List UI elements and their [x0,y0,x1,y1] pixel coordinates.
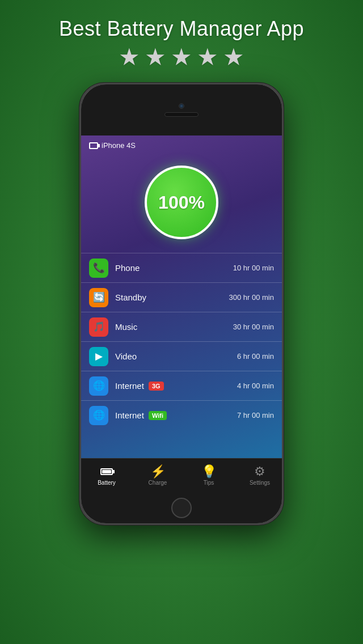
star-4: ★ [197,45,218,69]
internet-wifi-icon: 🌐 [93,409,105,421]
device-icon [89,142,98,149]
tab-battery-label: Battery [98,480,116,486]
phone-icon: 📞 [93,262,105,274]
battery-tab-icon [100,468,113,475]
camera [179,103,184,109]
tab-charge-label: Charge [149,480,167,486]
phone-mockup: iPhone 4S 100% 📞 Phone 10 hr 00 min [79,83,284,525]
internet-wifi-label: Internet Wifi [115,410,230,420]
tab-charge[interactable]: ⚡ Charge [132,459,183,492]
tab-settings[interactable]: ⚙ Settings [234,459,284,492]
star-5: ★ [223,45,244,69]
stats-list: 📞 Phone 10 hr 00 min 🔄 Standby 300 hr 00… [81,253,282,492]
video-label: Video [115,351,230,361]
tab-tips[interactable]: 💡 Tips [183,459,234,492]
bulb-icon: 💡 [201,465,217,478]
screen-header: iPhone 4S [81,135,282,154]
music-icon-wrap: 🎵 [89,317,108,337]
tab-bar: Battery ⚡ Charge 💡 Tips ⚙ Settings [81,458,284,492]
star-1: ★ [119,45,140,69]
device-name: iPhone 4S [102,141,136,150]
tab-battery[interactable]: Battery [81,459,132,492]
standby-label: Standby [115,293,222,302]
star-3: ★ [171,45,192,69]
battery-percentage: 100% [158,192,205,213]
stat-row-video: ▶ Video 6 hr 00 min [81,341,282,371]
phone-label: Phone [115,263,226,273]
stat-row-internet-3g: 🌐 Internet 3G 4 hr 00 min [81,371,282,400]
internet-3g-icon: 🌐 [93,380,105,392]
phone-value: 10 hr 00 min [233,264,274,272]
internet-wifi-icon-wrap: 🌐 [89,406,108,425]
internet-3g-icon-wrap: 🌐 [89,376,108,396]
home-button[interactable] [171,498,192,518]
battery-circle: 100% [145,166,218,239]
stars-row: ★ ★ ★ ★ ★ [0,45,363,69]
phone-top-bezel [81,84,282,135]
music-value: 30 hr 00 min [233,323,274,331]
badge-3g: 3G [149,382,164,391]
tab-tips-label: Tips [204,480,214,486]
video-value: 6 hr 00 min [237,352,274,361]
stat-row-internet-wifi: 🌐 Internet Wifi 7 hr 00 min [81,400,282,430]
internet-wifi-value: 7 hr 00 min [237,411,274,420]
internet-3g-value: 4 hr 00 min [237,382,274,390]
stat-row-phone: 📞 Phone 10 hr 00 min [81,253,282,282]
bolt-icon: ⚡ [150,465,166,478]
battery-circle-area: 100% [81,154,282,253]
battery-fill [102,470,111,473]
star-2: ★ [145,45,166,69]
standby-icon: 🔄 [93,291,105,303]
phone-bottom-bezel [81,492,282,523]
standby-value: 300 hr 00 min [229,293,275,302]
standby-icon-wrap: 🔄 [89,288,108,307]
music-icon: 🎵 [93,321,105,333]
badge-wifi: Wifi [149,411,167,420]
stat-row-standby: 🔄 Standby 300 hr 00 min [81,282,282,312]
app-header: Best Battery Manager App ★ ★ ★ ★ ★ [0,0,363,83]
internet-3g-label: Internet 3G [115,381,230,391]
app-title: Best Battery Manager App [0,17,363,41]
phone-screen: iPhone 4S 100% 📞 Phone 10 hr 00 min [81,135,282,492]
stat-row-music: 🎵 Music 30 hr 00 min [81,312,282,341]
music-label: Music [115,322,226,332]
phone-icon-wrap: 📞 [89,259,108,278]
tab-settings-label: Settings [250,480,270,486]
speaker [164,112,199,117]
video-icon: ▶ [95,350,103,362]
video-icon-wrap: ▶ [89,347,108,366]
gear-icon: ⚙ [254,465,265,478]
